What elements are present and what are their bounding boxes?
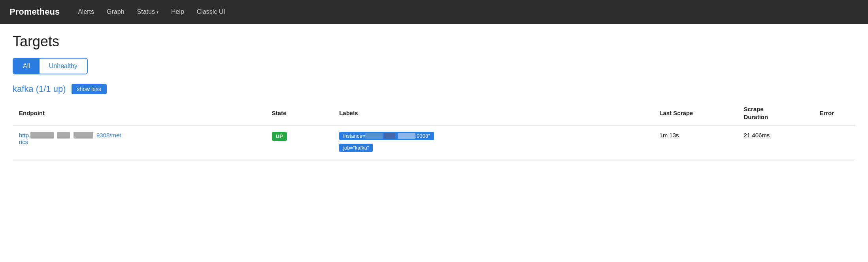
show-less-button[interactable]: show less [72, 84, 107, 94]
cell-labels: instance= :9308" job="kafka" [333, 126, 653, 159]
nav-classic-ui[interactable]: Classic UI [191, 5, 231, 19]
table-header: Endpoint State Labels Last Scrape Scrape… [13, 101, 855, 126]
nav-items: Alerts Graph Status ▾ Help Classic UI [72, 5, 231, 19]
filter-unhealthy-button[interactable]: Unhealthy [40, 59, 87, 74]
table-row: http. 9308/metrics UP instance [13, 126, 855, 159]
nav-status[interactable]: Status ▾ [132, 5, 164, 19]
endpoint-link[interactable]: http. 9308/metrics [19, 132, 121, 145]
cell-scrape-duration: 21.406ms [738, 126, 813, 159]
section-header: kafka (1/1 up) show less [13, 84, 855, 94]
redacted-host-3 [74, 132, 93, 139]
filter-group: All Unhealthy [13, 58, 88, 74]
label-badge-job: job="kafka" [339, 144, 373, 152]
status-badge: UP [272, 132, 287, 141]
section-title[interactable]: kafka (1/1 up) [13, 84, 66, 94]
redacted-host-1 [30, 132, 53, 139]
redacted-instance-1 [365, 133, 382, 139]
cell-error [813, 126, 855, 159]
cell-endpoint: http. 9308/metrics [13, 126, 266, 159]
col-header-state: State [266, 101, 333, 126]
brand-title[interactable]: Prometheus [9, 7, 60, 17]
navbar: Prometheus Alerts Graph Status ▾ Help Cl… [0, 0, 868, 24]
col-header-error: Error [813, 101, 855, 126]
redacted-instance-3 [398, 133, 415, 139]
cell-last-scrape: 1m 13s [653, 126, 737, 159]
targets-table: Endpoint State Labels Last Scrape Scrape… [13, 101, 855, 159]
col-header-endpoint: Endpoint [13, 101, 266, 126]
col-header-last-scrape: Last Scrape [653, 101, 737, 126]
page-content: Targets All Unhealthy kafka (1/1 up) sho… [0, 24, 868, 169]
redacted-host-2 [57, 132, 70, 139]
label-badge-instance: instance= :9308" [339, 132, 434, 140]
cell-state: UP [266, 126, 333, 159]
col-header-scrape-duration: ScrapeDuration [738, 101, 813, 126]
nav-help[interactable]: Help [166, 5, 190, 19]
filter-all-button[interactable]: All [13, 59, 40, 74]
nav-graph[interactable]: Graph [101, 5, 130, 19]
page-title: Targets [13, 33, 855, 50]
redacted-instance-2 [384, 133, 395, 139]
table-body: http. 9308/metrics UP instance [13, 126, 855, 159]
nav-alerts[interactable]: Alerts [72, 5, 100, 19]
chevron-down-icon: ▾ [157, 10, 159, 14]
col-header-labels: Labels [333, 101, 653, 126]
